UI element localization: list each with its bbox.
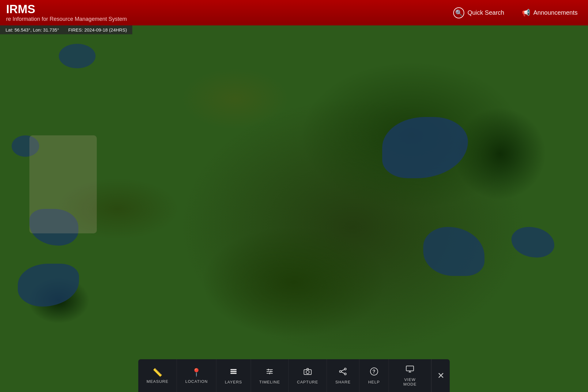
coord-bar: Lat: 56.543°, Lon: 31.735° FIRES: 2024-0… <box>0 25 132 34</box>
layers-icon <box>229 367 238 378</box>
megaphone-icon: 📢 <box>522 9 530 17</box>
announcements-label: Announcements <box>533 9 578 16</box>
header: IRMS re Information for Resource Managem… <box>0 0 588 25</box>
camera-icon <box>303 367 312 378</box>
location-icon: 📍 <box>191 368 202 377</box>
help-icon: ? <box>370 367 378 378</box>
app-subtitle: re Information for Resource Management S… <box>6 16 449 22</box>
timeline-icon <box>265 367 274 378</box>
close-icon: ✕ <box>437 371 444 381</box>
svg-rect-60 <box>230 373 236 374</box>
header-right: 🔍 Quick Search 📢 Announcements <box>449 5 582 21</box>
timeline-button[interactable]: TIMELINE <box>251 359 288 392</box>
timeline-label: TIMELINE <box>259 380 280 384</box>
measure-icon: 📏 <box>153 368 163 377</box>
quick-search-label: Quick Search <box>467 9 504 16</box>
view-mode-button[interactable]: VIEW MODE <box>389 359 432 392</box>
layers-button[interactable]: LAYERS <box>216 359 251 392</box>
quick-search-button[interactable]: 🔍 Quick Search <box>449 5 508 21</box>
measure-label: MEASURE <box>147 379 168 384</box>
location-button[interactable]: 📍 LOCATION <box>177 359 216 392</box>
svg-rect-58 <box>230 369 236 370</box>
viewmode-icon <box>406 365 414 375</box>
svg-line-73 <box>341 372 345 373</box>
share-icon <box>339 367 347 378</box>
svg-point-70 <box>340 371 341 372</box>
lat-lon-display: Lat: 56.543°, Lon: 31.735° <box>6 27 59 32</box>
location-label: LOCATION <box>185 379 208 384</box>
app-title: IRMS <box>6 3 449 16</box>
layers-label: LAYERS <box>225 380 242 384</box>
share-label: SHARE <box>335 380 351 384</box>
search-icon: 🔍 <box>453 7 464 18</box>
svg-point-68 <box>306 371 309 374</box>
svg-text:?: ? <box>372 369 376 374</box>
bottom-toolbar: 📏 MEASURE 📍 LOCATION LAYERS <box>138 359 450 392</box>
share-button[interactable]: SHARE <box>327 359 360 392</box>
toolbar-close-button[interactable]: ✕ <box>432 359 450 392</box>
water-body-5 <box>59 44 96 68</box>
measure-button[interactable]: 📏 MEASURE <box>138 359 177 392</box>
view-mode-label: VIEW MODE <box>398 377 422 386</box>
svg-rect-76 <box>406 366 414 371</box>
help-button[interactable]: ? HELP <box>360 359 389 392</box>
map-container[interactable]: Lat: 56.543°, Lon: 31.735° FIRES: 2024-0… <box>0 25 588 392</box>
svg-line-72 <box>341 369 345 371</box>
capture-label: CAPTURE <box>297 380 318 384</box>
capture-button[interactable]: CAPTURE <box>289 359 327 392</box>
header-title-block: IRMS re Information for Resource Managem… <box>6 3 449 22</box>
announcements-button[interactable]: 📢 Announcements <box>518 6 582 19</box>
help-label: HELP <box>368 380 380 384</box>
svg-rect-59 <box>230 371 236 372</box>
fires-info-display: FIRES: 2024-09-18 (24HRS) <box>68 27 127 32</box>
urban-area <box>29 135 97 233</box>
svg-point-71 <box>345 373 346 375</box>
svg-point-69 <box>345 368 346 370</box>
